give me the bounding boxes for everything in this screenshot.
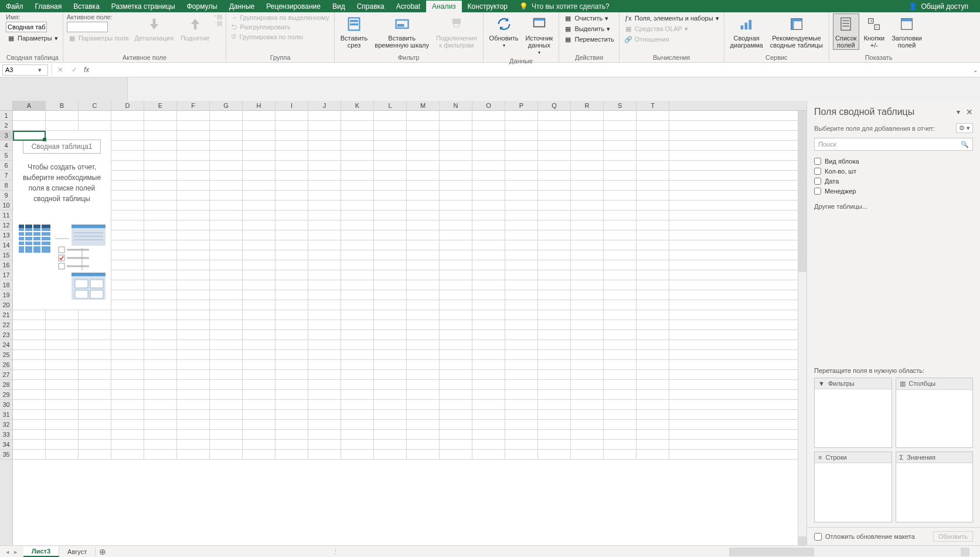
row-header-26[interactable]: 26: [0, 360, 12, 370]
menu-acrobat[interactable]: Acrobat: [390, 1, 426, 12]
menu-view[interactable]: Вид: [326, 1, 351, 12]
col-header-J[interactable]: J: [308, 101, 341, 110]
area-values[interactable]: ΣЗначения: [896, 451, 974, 522]
row-header-6[interactable]: 6: [0, 161, 12, 171]
refresh-button[interactable]: Обновить ▾: [487, 13, 521, 49]
cells-grid[interactable]: Сводная таблица1 Чтобы создать отчет, вы…: [13, 111, 798, 545]
col-header-N[interactable]: N: [440, 101, 472, 110]
row-header-1[interactable]: 1: [0, 111, 12, 121]
share-button[interactable]: 👤 Общий доступ: [903, 1, 974, 12]
row-header-18[interactable]: 18: [0, 280, 12, 290]
recommend-pivot-button[interactable]: Рекомендуемые сводные таблицы: [768, 13, 825, 50]
activefield-input[interactable]: [67, 22, 108, 32]
field-checkbox[interactable]: [814, 178, 821, 185]
move-button[interactable]: ▦Переместить: [563, 35, 615, 44]
row-header-5[interactable]: 5: [0, 151, 12, 161]
col-header-A[interactable]: A: [13, 101, 46, 110]
formula-input[interactable]: [91, 64, 980, 76]
menu-insert[interactable]: Вставка: [67, 1, 106, 12]
row-header-27[interactable]: 27: [0, 370, 12, 380]
row-header-35[interactable]: 35: [0, 450, 12, 460]
buttons-toggle-button[interactable]: +- Кнопки +/-: [862, 13, 887, 50]
field-item-3[interactable]: Менеджер: [814, 188, 973, 195]
insert-slicer-button[interactable]: Вставить срез: [338, 13, 370, 50]
pivot-chart-button[interactable]: Сводная диаграмма: [728, 13, 765, 50]
fx-icon[interactable]: fx: [81, 66, 91, 74]
menu-help[interactable]: Справка: [351, 1, 390, 12]
sheet-tab-0[interactable]: Лист3: [23, 546, 59, 557]
tell-me-search[interactable]: 💡 Что вы хотите сделать?: [513, 1, 615, 12]
row-header-34[interactable]: 34: [0, 440, 12, 450]
horizontal-scrollbar[interactable]: [729, 548, 969, 556]
row-header-30[interactable]: 30: [0, 400, 12, 410]
col-header-G[interactable]: G: [210, 101, 243, 110]
area-rows[interactable]: ≡Строки: [814, 451, 892, 522]
insert-timeline-button[interactable]: Вставить временную шкалу: [372, 13, 431, 50]
row-header-16[interactable]: 16: [0, 260, 12, 270]
row-header-3[interactable]: 3: [0, 131, 12, 141]
row-header-32[interactable]: 32: [0, 420, 12, 430]
col-header-B[interactable]: B: [46, 101, 79, 110]
tab-nav-first-icon[interactable]: ◂: [6, 548, 9, 556]
menu-data[interactable]: Данные: [223, 1, 260, 12]
row-header-25[interactable]: 25: [0, 350, 12, 360]
col-header-I[interactable]: I: [275, 101, 308, 110]
row-header-20[interactable]: 20: [0, 300, 12, 310]
row-header-33[interactable]: 33: [0, 430, 12, 440]
col-header-O[interactable]: O: [472, 101, 505, 110]
scroll-left-icon[interactable]: [729, 548, 738, 556]
row-header-29[interactable]: 29: [0, 390, 12, 400]
field-params-button[interactable]: ▦ Параметры поля: [67, 33, 130, 43]
field-headers-button[interactable]: Заголовки полей: [889, 13, 924, 50]
pivot-name-input[interactable]: [6, 22, 47, 32]
field-list-button[interactable]: Список полей: [833, 13, 859, 50]
tab-split-handle[interactable]: ⋮: [332, 548, 339, 556]
row-header-24[interactable]: 24: [0, 340, 12, 350]
row-header-2[interactable]: 2: [0, 121, 12, 131]
row-header-31[interactable]: 31: [0, 410, 12, 420]
menu-analyze[interactable]: Анализ: [426, 1, 462, 12]
field-item-0[interactable]: Вид яблока: [814, 158, 973, 165]
col-header-Q[interactable]: Q: [538, 101, 571, 110]
menu-design[interactable]: Конструктор: [462, 1, 513, 12]
col-header-K[interactable]: K: [341, 101, 374, 110]
col-header-T[interactable]: T: [637, 101, 669, 110]
row-header-23[interactable]: 23: [0, 330, 12, 340]
defer-layout-checkbox[interactable]: Отложить обновление макета: [814, 533, 915, 541]
area-columns[interactable]: ▥Столбцы: [896, 378, 974, 449]
fields-items-button[interactable]: ƒxПоля, элементы и наборы▾: [623, 13, 720, 23]
row-header-21[interactable]: 21: [0, 310, 12, 320]
vertical-scrollbar[interactable]: [798, 111, 807, 545]
pivot-options-button[interactable]: ▦ Параметры ▾: [6, 33, 59, 43]
row-header-14[interactable]: 14: [0, 240, 12, 250]
add-sheet-button[interactable]: ⊕: [96, 547, 110, 556]
row-header-22[interactable]: 22: [0, 320, 12, 330]
row-header-17[interactable]: 17: [0, 270, 12, 280]
close-pane-icon[interactable]: ✕: [966, 107, 973, 117]
col-header-M[interactable]: M: [407, 101, 440, 110]
pane-dropdown-icon[interactable]: ▾: [957, 108, 960, 116]
select-button[interactable]: ▦Выделить▾: [563, 24, 615, 33]
menu-home[interactable]: Главная: [29, 1, 68, 12]
dropdown-icon[interactable]: ▾: [38, 66, 45, 74]
clear-button[interactable]: ▦Очистить▾: [563, 13, 615, 23]
row-header-19[interactable]: 19: [0, 290, 12, 300]
scroll-down-icon[interactable]: [798, 536, 807, 545]
tab-nav-last-icon[interactable]: ▸: [14, 548, 18, 556]
scroll-thumb[interactable]: [798, 120, 807, 272]
col-header-E[interactable]: E: [144, 101, 177, 110]
field-checkbox[interactable]: [814, 188, 821, 195]
other-tables-link[interactable]: Другие таблицы...: [807, 197, 980, 216]
row-header-8[interactable]: 8: [0, 181, 12, 191]
scroll-right-icon[interactable]: [961, 548, 969, 556]
row-header-13[interactable]: 13: [0, 230, 12, 240]
row-header-7[interactable]: 7: [0, 171, 12, 181]
row-header-11[interactable]: 11: [0, 210, 12, 220]
col-header-H[interactable]: H: [243, 101, 275, 110]
menu-formulas[interactable]: Формулы: [181, 1, 223, 12]
field-checkbox[interactable]: [814, 158, 821, 165]
data-source-button[interactable]: Источник данных ▾: [523, 13, 555, 56]
sheet-tab-1[interactable]: Август: [59, 547, 96, 556]
row-header-28[interactable]: 28: [0, 380, 12, 390]
pane-search-input[interactable]: Поиск 🔍: [814, 138, 973, 151]
